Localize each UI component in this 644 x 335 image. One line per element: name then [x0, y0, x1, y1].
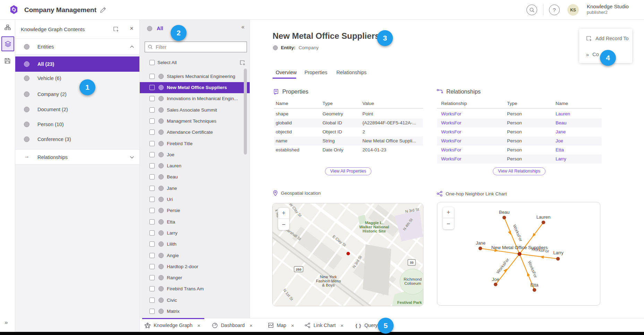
item-checkbox[interactable]	[149, 130, 155, 135]
list-item[interactable]: Matrix	[140, 306, 250, 317]
item-checkbox[interactable]	[149, 230, 155, 236]
relationship-link[interactable]: WorksFor	[441, 109, 461, 118]
save-icon[interactable]	[5, 58, 10, 64]
list-item[interactable]: Uri	[140, 194, 250, 205]
entity-filter-person[interactable]: Person (10)	[15, 119, 139, 130]
data-model-icon[interactable]	[5, 25, 11, 30]
close-tab-icon[interactable]: ×	[291, 323, 294, 328]
list-item[interactable]: Persie	[140, 205, 250, 216]
item-checkbox[interactable]	[149, 208, 155, 213]
tab-relationships[interactable]: Relationships	[336, 70, 367, 75]
entity-link[interactable]: Lauren	[556, 109, 570, 118]
list-item[interactable]: Ranger	[140, 272, 250, 283]
edit-title-pencil-icon[interactable]	[100, 7, 106, 13]
item-checkbox[interactable]	[149, 163, 155, 168]
item-checkbox[interactable]	[149, 85, 155, 90]
entity-link[interactable]: Etta	[556, 146, 564, 155]
tab-dashboard[interactable]: Dashboard ×	[212, 318, 252, 332]
entity-filter-document[interactable]: Document (2)	[15, 104, 139, 115]
entity-filter-all[interactable]: All (23)	[15, 56, 139, 72]
relationship-link[interactable]: WorksFor	[441, 146, 461, 155]
add-record-icon[interactable]	[113, 26, 119, 32]
chevron-up-icon[interactable]	[130, 45, 134, 48]
list-item[interactable]: Angie	[140, 250, 250, 261]
search-button[interactable]	[526, 5, 537, 15]
list-item[interactable]: Sales Associate Summit	[140, 105, 250, 116]
filter-input[interactable]	[156, 44, 235, 50]
item-checkbox[interactable]	[149, 118, 155, 124]
close-tab-icon[interactable]: ×	[250, 323, 253, 328]
item-checkbox[interactable]	[149, 152, 155, 157]
entities-section-header[interactable]: Entities	[15, 39, 139, 55]
view-all-relationships-button[interactable]: View All Relationships	[493, 167, 546, 175]
list-item-selected[interactable]: New Metal Office Suppliers	[140, 82, 250, 93]
zoom-out-button[interactable]: −	[443, 218, 454, 229]
relationship-link[interactable]: WorksFor	[441, 127, 461, 136]
item-checkbox[interactable]	[149, 286, 155, 291]
list-item[interactable]: Hardtop 2-door	[140, 261, 250, 272]
list-scrollbar[interactable]	[244, 69, 247, 155]
list-item[interactable]: Innovations in Mechanical Engin...	[140, 93, 250, 104]
item-checkbox[interactable]	[149, 298, 155, 303]
close-panel-icon[interactable]: ×	[130, 25, 134, 32]
list-item[interactable]: Attendance Certificate	[140, 127, 250, 138]
list-item[interactable]: Larry	[140, 228, 250, 239]
item-checkbox[interactable]	[149, 241, 155, 247]
user-menu[interactable]: Knowledge Studio publisher2	[587, 3, 629, 15]
entity-link[interactable]: Jane	[556, 127, 566, 136]
item-checkbox[interactable]	[149, 107, 155, 113]
entity-filter-company[interactable]: Company (2)	[15, 89, 139, 99]
list-item[interactable]: Firebird Trans Am	[140, 283, 250, 294]
item-checkbox[interactable]	[149, 197, 155, 202]
geospatial-map[interactable]: k Rd W Clay St W Marshall St E Clay St N…	[272, 203, 423, 306]
app-logo-icon[interactable]	[10, 5, 18, 14]
entity-link[interactable]: Beau	[556, 118, 567, 127]
list-item[interactable]: Managment Techniques	[140, 116, 250, 127]
tab-link-chart[interactable]: Link Chart ×	[304, 318, 344, 332]
list-item[interactable]: Jane	[140, 183, 250, 194]
zoom-out-button[interactable]: −	[278, 219, 289, 230]
entity-filter-vehicle[interactable]: Vehicle (6)	[15, 73, 139, 83]
help-button[interactable]: ?	[549, 5, 560, 15]
center-node[interactable]	[518, 252, 521, 256]
tab-properties[interactable]: Properties	[304, 70, 327, 75]
list-item[interactable]: Civic	[140, 295, 250, 306]
item-checkbox[interactable]	[149, 174, 155, 179]
tab-map[interactable]: Map ×	[268, 318, 294, 332]
relationship-link[interactable]: WorksFor	[441, 136, 461, 146]
list-header-all[interactable]: All	[147, 26, 163, 31]
item-checkbox[interactable]	[149, 74, 155, 79]
one-hop-link-chart[interactable]: WorksFor WorksFor WorksFor WorksFor Beau…	[437, 202, 600, 306]
entity-link[interactable]: Joe	[556, 136, 563, 146]
tab-overview[interactable]: Overview	[276, 70, 297, 75]
chevron-down-icon[interactable]	[130, 156, 134, 159]
entity-link[interactable]: Larry	[556, 155, 566, 164]
select-all-row[interactable]: Select All	[140, 58, 250, 68]
layers-tool-selected[interactable]	[1, 36, 14, 51]
item-checkbox[interactable]	[149, 219, 155, 224]
list-item[interactable]: Beau	[140, 171, 250, 183]
zoom-in-button[interactable]: +	[278, 208, 289, 219]
list-item[interactable]: Etta	[140, 217, 250, 228]
item-checkbox[interactable]	[149, 141, 155, 146]
zoom-in-button[interactable]: +	[443, 207, 454, 218]
item-checkbox[interactable]	[149, 275, 155, 280]
add-record-icon[interactable]	[240, 60, 246, 66]
collapse-panel-icon[interactable]: «	[241, 24, 244, 30]
entity-filter-conference[interactable]: Conference (3)	[15, 134, 139, 144]
list-item[interactable]: Joe	[140, 149, 250, 160]
item-checkbox[interactable]	[149, 186, 155, 191]
view-all-properties-button[interactable]: View All Properties	[325, 167, 371, 175]
list-item[interactable]: Lauren	[140, 160, 250, 171]
relationships-section-header[interactable]: → Relationships	[15, 149, 139, 165]
close-tab-icon[interactable]: ×	[341, 323, 344, 328]
tab-knowledge-graph[interactable]: Knowledge Graph ×	[145, 318, 200, 332]
item-checkbox[interactable]	[149, 264, 155, 269]
list-item[interactable]: Lilith	[140, 239, 250, 250]
menu-item-add-record-to[interactable]: Add Record To	[579, 34, 632, 43]
close-tab-icon[interactable]: ×	[197, 323, 200, 328]
avatar[interactable]: KS	[567, 4, 579, 16]
relationship-link[interactable]: WorksFor	[441, 155, 461, 164]
item-checkbox[interactable]	[149, 96, 155, 101]
list-item[interactable]: Staplers Mechanical Engineering	[140, 71, 250, 82]
